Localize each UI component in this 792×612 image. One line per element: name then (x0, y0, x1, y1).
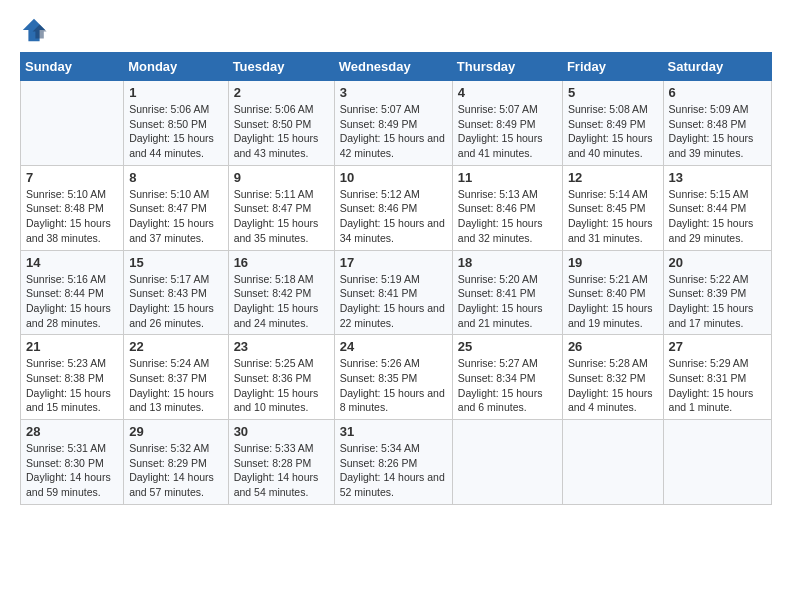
day-number: 1 (129, 85, 222, 100)
header-row: Sunday Monday Tuesday Wednesday Thursday… (21, 53, 772, 81)
day-number: 10 (340, 170, 447, 185)
day-number: 18 (458, 255, 557, 270)
day-info: Sunrise: 5:14 AMSunset: 8:45 PMDaylight:… (568, 187, 658, 246)
col-tuesday: Tuesday (228, 53, 334, 81)
day-number: 15 (129, 255, 222, 270)
day-cell (452, 420, 562, 505)
day-cell: 24Sunrise: 5:26 AMSunset: 8:35 PMDayligh… (334, 335, 452, 420)
day-info: Sunrise: 5:08 AMSunset: 8:49 PMDaylight:… (568, 102, 658, 161)
week-row-4: 21Sunrise: 5:23 AMSunset: 8:38 PMDayligh… (21, 335, 772, 420)
day-info: Sunrise: 5:12 AMSunset: 8:46 PMDaylight:… (340, 187, 447, 246)
day-info: Sunrise: 5:25 AMSunset: 8:36 PMDaylight:… (234, 356, 329, 415)
day-info: Sunrise: 5:34 AMSunset: 8:26 PMDaylight:… (340, 441, 447, 500)
logo-icon (20, 16, 48, 44)
day-info: Sunrise: 5:15 AMSunset: 8:44 PMDaylight:… (669, 187, 766, 246)
col-monday: Monday (124, 53, 228, 81)
day-info: Sunrise: 5:06 AMSunset: 8:50 PMDaylight:… (129, 102, 222, 161)
day-cell: 7Sunrise: 5:10 AMSunset: 8:48 PMDaylight… (21, 165, 124, 250)
day-number: 2 (234, 85, 329, 100)
day-number: 27 (669, 339, 766, 354)
day-cell (663, 420, 771, 505)
day-info: Sunrise: 5:17 AMSunset: 8:43 PMDaylight:… (129, 272, 222, 331)
day-cell: 28Sunrise: 5:31 AMSunset: 8:30 PMDayligh… (21, 420, 124, 505)
day-number: 30 (234, 424, 329, 439)
day-cell: 5Sunrise: 5:08 AMSunset: 8:49 PMDaylight… (562, 81, 663, 166)
day-number: 14 (26, 255, 118, 270)
day-number: 3 (340, 85, 447, 100)
day-cell: 19Sunrise: 5:21 AMSunset: 8:40 PMDayligh… (562, 250, 663, 335)
day-number: 25 (458, 339, 557, 354)
col-sunday: Sunday (21, 53, 124, 81)
day-number: 28 (26, 424, 118, 439)
day-number: 31 (340, 424, 447, 439)
day-number: 4 (458, 85, 557, 100)
day-info: Sunrise: 5:31 AMSunset: 8:30 PMDaylight:… (26, 441, 118, 500)
week-row-5: 28Sunrise: 5:31 AMSunset: 8:30 PMDayligh… (21, 420, 772, 505)
day-cell: 29Sunrise: 5:32 AMSunset: 8:29 PMDayligh… (124, 420, 228, 505)
day-cell: 22Sunrise: 5:24 AMSunset: 8:37 PMDayligh… (124, 335, 228, 420)
day-cell: 10Sunrise: 5:12 AMSunset: 8:46 PMDayligh… (334, 165, 452, 250)
day-info: Sunrise: 5:23 AMSunset: 8:38 PMDaylight:… (26, 356, 118, 415)
day-info: Sunrise: 5:10 AMSunset: 8:47 PMDaylight:… (129, 187, 222, 246)
day-cell: 1Sunrise: 5:06 AMSunset: 8:50 PMDaylight… (124, 81, 228, 166)
day-info: Sunrise: 5:32 AMSunset: 8:29 PMDaylight:… (129, 441, 222, 500)
day-info: Sunrise: 5:19 AMSunset: 8:41 PMDaylight:… (340, 272, 447, 331)
day-info: Sunrise: 5:29 AMSunset: 8:31 PMDaylight:… (669, 356, 766, 415)
col-saturday: Saturday (663, 53, 771, 81)
calendar-table: Sunday Monday Tuesday Wednesday Thursday… (20, 52, 772, 505)
day-info: Sunrise: 5:24 AMSunset: 8:37 PMDaylight:… (129, 356, 222, 415)
day-cell: 4Sunrise: 5:07 AMSunset: 8:49 PMDaylight… (452, 81, 562, 166)
day-cell: 16Sunrise: 5:18 AMSunset: 8:42 PMDayligh… (228, 250, 334, 335)
day-number: 20 (669, 255, 766, 270)
day-cell: 31Sunrise: 5:34 AMSunset: 8:26 PMDayligh… (334, 420, 452, 505)
day-number: 23 (234, 339, 329, 354)
day-cell: 20Sunrise: 5:22 AMSunset: 8:39 PMDayligh… (663, 250, 771, 335)
day-info: Sunrise: 5:28 AMSunset: 8:32 PMDaylight:… (568, 356, 658, 415)
day-number: 5 (568, 85, 658, 100)
col-thursday: Thursday (452, 53, 562, 81)
day-info: Sunrise: 5:22 AMSunset: 8:39 PMDaylight:… (669, 272, 766, 331)
day-cell: 23Sunrise: 5:25 AMSunset: 8:36 PMDayligh… (228, 335, 334, 420)
day-info: Sunrise: 5:20 AMSunset: 8:41 PMDaylight:… (458, 272, 557, 331)
day-cell (562, 420, 663, 505)
day-number: 21 (26, 339, 118, 354)
day-number: 13 (669, 170, 766, 185)
day-cell: 15Sunrise: 5:17 AMSunset: 8:43 PMDayligh… (124, 250, 228, 335)
day-number: 8 (129, 170, 222, 185)
day-number: 12 (568, 170, 658, 185)
day-info: Sunrise: 5:27 AMSunset: 8:34 PMDaylight:… (458, 356, 557, 415)
day-number: 26 (568, 339, 658, 354)
day-cell: 18Sunrise: 5:20 AMSunset: 8:41 PMDayligh… (452, 250, 562, 335)
page-header (20, 16, 772, 44)
day-number: 22 (129, 339, 222, 354)
day-number: 29 (129, 424, 222, 439)
day-cell: 25Sunrise: 5:27 AMSunset: 8:34 PMDayligh… (452, 335, 562, 420)
day-cell: 13Sunrise: 5:15 AMSunset: 8:44 PMDayligh… (663, 165, 771, 250)
day-info: Sunrise: 5:18 AMSunset: 8:42 PMDaylight:… (234, 272, 329, 331)
day-cell: 9Sunrise: 5:11 AMSunset: 8:47 PMDaylight… (228, 165, 334, 250)
day-info: Sunrise: 5:26 AMSunset: 8:35 PMDaylight:… (340, 356, 447, 415)
day-info: Sunrise: 5:10 AMSunset: 8:48 PMDaylight:… (26, 187, 118, 246)
day-info: Sunrise: 5:13 AMSunset: 8:46 PMDaylight:… (458, 187, 557, 246)
day-cell: 30Sunrise: 5:33 AMSunset: 8:28 PMDayligh… (228, 420, 334, 505)
day-cell: 21Sunrise: 5:23 AMSunset: 8:38 PMDayligh… (21, 335, 124, 420)
calendar-body: 1Sunrise: 5:06 AMSunset: 8:50 PMDaylight… (21, 81, 772, 505)
day-cell: 8Sunrise: 5:10 AMSunset: 8:47 PMDaylight… (124, 165, 228, 250)
day-info: Sunrise: 5:21 AMSunset: 8:40 PMDaylight:… (568, 272, 658, 331)
day-info: Sunrise: 5:06 AMSunset: 8:50 PMDaylight:… (234, 102, 329, 161)
day-info: Sunrise: 5:16 AMSunset: 8:44 PMDaylight:… (26, 272, 118, 331)
week-row-2: 7Sunrise: 5:10 AMSunset: 8:48 PMDaylight… (21, 165, 772, 250)
day-info: Sunrise: 5:33 AMSunset: 8:28 PMDaylight:… (234, 441, 329, 500)
day-number: 17 (340, 255, 447, 270)
day-info: Sunrise: 5:07 AMSunset: 8:49 PMDaylight:… (340, 102, 447, 161)
day-info: Sunrise: 5:07 AMSunset: 8:49 PMDaylight:… (458, 102, 557, 161)
col-wednesday: Wednesday (334, 53, 452, 81)
day-number: 11 (458, 170, 557, 185)
day-cell: 3Sunrise: 5:07 AMSunset: 8:49 PMDaylight… (334, 81, 452, 166)
day-cell: 12Sunrise: 5:14 AMSunset: 8:45 PMDayligh… (562, 165, 663, 250)
day-info: Sunrise: 5:11 AMSunset: 8:47 PMDaylight:… (234, 187, 329, 246)
day-cell: 17Sunrise: 5:19 AMSunset: 8:41 PMDayligh… (334, 250, 452, 335)
day-number: 24 (340, 339, 447, 354)
day-number: 9 (234, 170, 329, 185)
logo (20, 16, 52, 44)
